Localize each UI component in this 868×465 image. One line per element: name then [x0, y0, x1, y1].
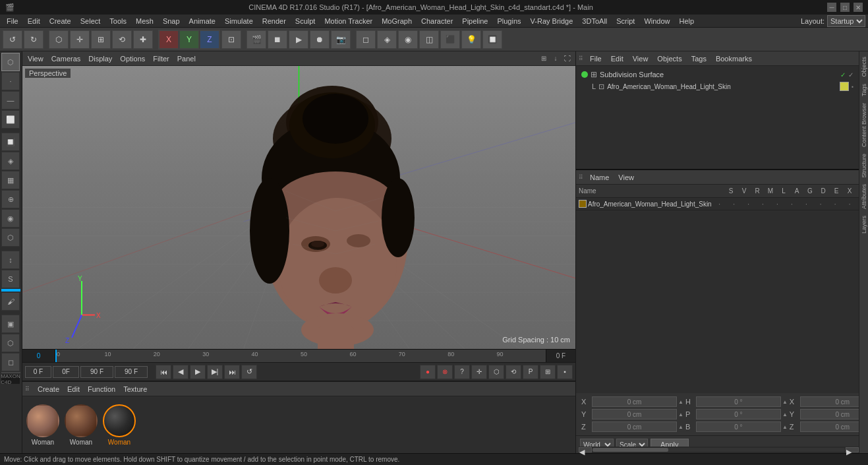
layout-dropdown[interactable]: Startup — [827, 15, 865, 27]
next-frame-button[interactable]: ▶| — [207, 365, 223, 379]
menu-3dtoall[interactable]: 3DToAll — [578, 15, 611, 28]
obj-menu-tags[interactable]: Tags — [689, 55, 709, 63]
sidebar-polygon-mode[interactable]: ⬜ — [1, 110, 20, 129]
coord-h-input[interactable] — [696, 396, 781, 407]
vp-menu-cameras[interactable]: Cameras — [49, 55, 84, 63]
cursor-tool-button[interactable]: ⬡ — [49, 30, 69, 49]
viewport-mode4-button[interactable]: ⏺ — [310, 30, 330, 49]
sidebar-point-mode[interactable]: · — [1, 72, 20, 90]
sidebar-tool3[interactable]: ▦ — [1, 171, 20, 189]
mat-menu-create[interactable]: Create — [35, 385, 62, 393]
shading-phong-button[interactable]: ◉ — [398, 30, 418, 49]
tab-layers[interactable]: Layers — [860, 213, 868, 236]
menu-select[interactable]: Select — [76, 15, 105, 28]
sidebar-move[interactable]: ↕ — [1, 251, 20, 269]
shading-box-button[interactable]: ⬛ — [440, 30, 460, 49]
p-button[interactable]: P — [523, 365, 538, 379]
move-tool-button[interactable]: ✛ — [70, 30, 90, 49]
coord-h-up[interactable]: ▲ — [782, 399, 788, 405]
menu-simulate[interactable]: Simulate — [221, 15, 257, 28]
loop-button[interactable]: ↺ — [241, 365, 257, 379]
mat-menu-edit[interactable]: Edit — [65, 385, 82, 393]
mat-menu-texture[interactable]: Texture — [121, 385, 150, 393]
maximize-button[interactable]: □ — [840, 3, 850, 12]
coord-sz-input[interactable] — [800, 421, 868, 432]
coord-b-up[interactable]: ▲ — [782, 424, 788, 430]
scroll-thumb[interactable] — [593, 448, 668, 452]
obj-item-mesh[interactable]: L ⊡ Afro_American_Woman_Head_Light_Skin … — [579, 80, 856, 92]
vp-menu-filter[interactable]: Filter — [150, 55, 171, 63]
coord-y-input[interactable] — [592, 409, 677, 419]
menu-create[interactable]: Create — [45, 15, 75, 28]
sidebar-tool1[interactable]: 🔲 — [1, 133, 20, 151]
shading-wire-button[interactable]: ◫ — [419, 30, 439, 49]
attr-menu-view[interactable]: View — [616, 173, 637, 181]
vp-fullscreen[interactable]: ⛶ — [562, 53, 573, 64]
tab-tags[interactable]: Tags — [860, 81, 868, 99]
menu-render[interactable]: Render — [258, 15, 290, 28]
vp-layout-down[interactable]: ↓ — [550, 53, 561, 64]
menu-vray[interactable]: V-Ray Bridge — [527, 15, 577, 28]
shading-gouraud-button[interactable]: ◈ — [377, 30, 397, 49]
vp-menu-options[interactable]: Options — [117, 55, 148, 63]
bottom-scrollbar[interactable]: ◀ ▶ — [579, 447, 859, 453]
viewport-canvas[interactable]: X Y Z — [22, 66, 575, 349]
help-button[interactable]: ? — [454, 365, 470, 379]
close-button[interactable]: ✕ — [854, 3, 863, 12]
sidebar-object-mode[interactable]: ⬡ — [1, 53, 20, 71]
obj-menu-edit[interactable]: Edit — [608, 55, 626, 63]
coord-x-input[interactable] — [592, 396, 677, 407]
obj-item-subdivision[interactable]: ⊞ Subdivision Surface ✓ ✓ — [579, 69, 856, 80]
menu-animate[interactable]: Animate — [185, 15, 219, 28]
menu-tools[interactable]: Tools — [105, 15, 130, 28]
coord-b-input[interactable] — [696, 421, 781, 432]
scroll-right-button[interactable]: ▶ — [846, 447, 859, 452]
coord-x-up[interactable]: ▲ — [678, 399, 683, 405]
scroll-left-button[interactable]: ◀ — [579, 447, 592, 452]
shading-flat-button[interactable]: ◻ — [356, 30, 376, 49]
sidebar-sculpt1[interactable]: ▣ — [1, 315, 20, 333]
vp-menu-display[interactable]: Display — [86, 55, 115, 63]
sidebar-sculpt2[interactable]: ⬡ — [1, 334, 20, 352]
coord-p-up[interactable]: ▲ — [782, 412, 788, 418]
play-button[interactable]: ▶ — [190, 365, 206, 379]
sidebar-tool4[interactable]: ⊕ — [1, 190, 20, 208]
menu-script[interactable]: Script — [612, 15, 639, 28]
menu-motion-tracker[interactable]: Motion Tracker — [320, 15, 376, 28]
go-end-button[interactable]: ⏭ — [224, 365, 240, 379]
coord-z-up[interactable]: ▲ — [678, 424, 683, 430]
menu-character[interactable]: Character — [417, 15, 457, 28]
viewport-mode5-button[interactable]: 📷 — [331, 30, 351, 49]
tab-structure[interactable]: Structure — [860, 151, 868, 181]
sidebar-select[interactable]: S — [1, 270, 20, 288]
coord-p-input[interactable] — [696, 409, 781, 419]
coord-z-input[interactable] — [592, 421, 677, 432]
obj-menu-view[interactable]: View — [630, 55, 651, 63]
viewport-mode2-button[interactable]: ⏹ — [268, 30, 287, 49]
menu-window[interactable]: Window — [640, 15, 674, 28]
tab-content-browser[interactable]: Content Browser — [860, 100, 868, 150]
material-item-2[interactable]: Woman — [65, 404, 98, 446]
sidebar-edge-mode[interactable]: — — [1, 91, 20, 109]
go-start-button[interactable]: ⏮ — [156, 365, 171, 379]
multi-tool-button[interactable]: ✚ — [133, 30, 153, 49]
move-icon-button[interactable]: ✛ — [471, 365, 487, 379]
attr-menu-name[interactable]: Name — [587, 173, 612, 181]
axis-y-button[interactable]: Y — [179, 30, 199, 49]
menu-help[interactable]: Help — [676, 15, 699, 28]
sidebar-tool5[interactable]: ◉ — [1, 209, 20, 228]
material-item-3[interactable]: Woman — [103, 404, 136, 446]
panel-button[interactable]: ▪ — [557, 365, 573, 379]
scale-tool-button[interactable]: ⊞ — [91, 30, 111, 49]
frame-end-input[interactable] — [80, 366, 113, 378]
obj-menu-bookmarks[interactable]: Bookmarks — [713, 55, 755, 63]
tab-attributes[interactable]: Attributes — [860, 181, 868, 212]
menu-snap[interactable]: Snap — [159, 15, 184, 28]
sidebar-tool2[interactable]: ◈ — [1, 152, 20, 170]
vp-menu-panel[interactable]: Panel — [175, 55, 198, 63]
viewport-mode3-button[interactable]: ▶ — [289, 30, 308, 49]
obj-menu-file[interactable]: File — [587, 55, 604, 63]
attr-row-mesh[interactable]: Afro_American_Woman_Head_Light_Skin · · … — [576, 198, 859, 210]
menu-plugins[interactable]: Plugins — [493, 15, 525, 28]
redo-button[interactable]: ↻ — [24, 30, 43, 49]
